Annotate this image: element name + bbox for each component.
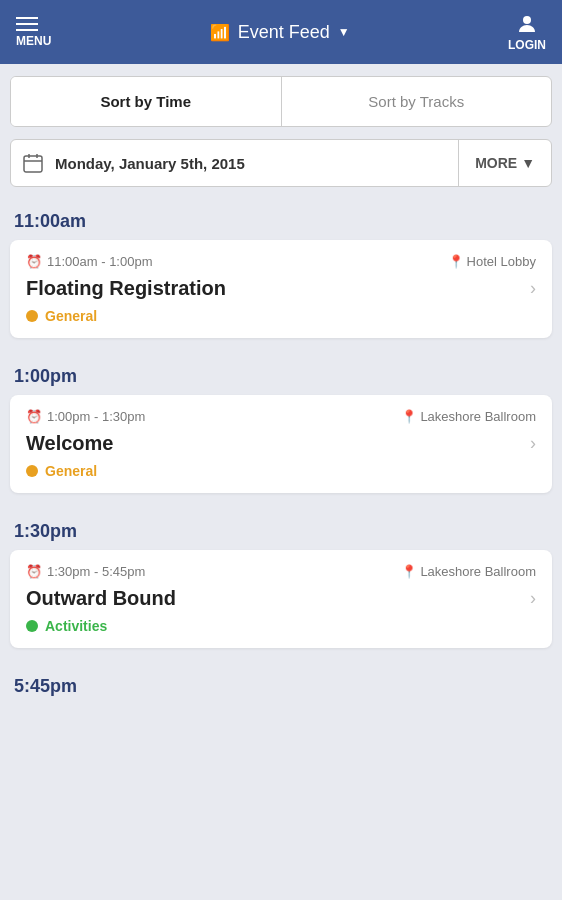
chevron-right-icon: › bbox=[530, 588, 536, 609]
header-title: Event Feed bbox=[238, 22, 330, 43]
event-track: Activities bbox=[26, 618, 536, 634]
clock-icon: ⏰ bbox=[26, 254, 42, 269]
login-label: LOGIN bbox=[508, 38, 546, 52]
user-icon bbox=[515, 12, 539, 36]
sort-by-time-button[interactable]: Sort by Time bbox=[11, 77, 281, 126]
event-location: 📍 Hotel Lobby bbox=[448, 254, 536, 269]
track-label: General bbox=[45, 463, 97, 479]
event-time-text: 11:00am - 1:00pm bbox=[47, 254, 153, 269]
event-track: General bbox=[26, 308, 536, 324]
event-location: 📍 Lakeshore Ballroom bbox=[401, 564, 536, 579]
event-time-text: 1:30pm - 5:45pm bbox=[47, 564, 145, 579]
track-dot bbox=[26, 310, 38, 322]
time-group-label: 11:00am bbox=[0, 199, 562, 240]
location-pin-icon: 📍 bbox=[448, 254, 464, 269]
event-location-text: Hotel Lobby bbox=[467, 254, 536, 269]
clock-icon: ⏰ bbox=[26, 564, 42, 579]
location-pin-icon: 📍 bbox=[401, 564, 417, 579]
event-title: Floating Registration bbox=[26, 277, 226, 300]
time-group-label: 1:30pm bbox=[0, 509, 562, 550]
more-button[interactable]: MORE ▼ bbox=[458, 140, 551, 186]
time-group: 5:45pm bbox=[0, 664, 562, 705]
location-pin-icon: 📍 bbox=[401, 409, 417, 424]
time-group: 11:00am ⏰ 11:00am - 1:00pm 📍 Hotel Lobby… bbox=[0, 199, 562, 338]
app-header: MENU 📶 Event Feed ▼ LOGIN bbox=[0, 0, 562, 64]
header-dropdown-arrow: ▼ bbox=[338, 25, 350, 39]
svg-point-0 bbox=[523, 16, 531, 24]
date-text: Monday, January 5th, 2015 bbox=[55, 155, 458, 172]
event-card[interactable]: ⏰ 11:00am - 1:00pm 📍 Hotel Lobby Floatin… bbox=[10, 240, 552, 338]
event-time-text: 1:00pm - 1:30pm bbox=[47, 409, 145, 424]
event-time: ⏰ 11:00am - 1:00pm bbox=[26, 254, 153, 269]
track-dot bbox=[26, 465, 38, 477]
event-track: General bbox=[26, 463, 536, 479]
event-location: 📍 Lakeshore Ballroom bbox=[401, 409, 536, 424]
event-location-text: Lakeshore Ballroom bbox=[420, 564, 536, 579]
event-location-text: Lakeshore Ballroom bbox=[420, 409, 536, 424]
time-group: 1:00pm ⏰ 1:00pm - 1:30pm 📍 Lakeshore Bal… bbox=[0, 354, 562, 493]
event-title: Welcome bbox=[26, 432, 113, 455]
menu-label: MENU bbox=[16, 34, 51, 48]
svg-rect-1 bbox=[24, 156, 42, 172]
events-container: 11:00am ⏰ 11:00am - 1:00pm 📍 Hotel Lobby… bbox=[0, 199, 562, 705]
event-meta: ⏰ 1:00pm - 1:30pm 📍 Lakeshore Ballroom bbox=[26, 409, 536, 424]
event-title: Outward Bound bbox=[26, 587, 176, 610]
date-bar: Monday, January 5th, 2015 MORE ▼ bbox=[10, 139, 552, 187]
event-time: ⏰ 1:30pm - 5:45pm bbox=[26, 564, 145, 579]
event-title-row: Outward Bound › bbox=[26, 587, 536, 610]
event-time: ⏰ 1:00pm - 1:30pm bbox=[26, 409, 145, 424]
event-card[interactable]: ⏰ 1:00pm - 1:30pm 📍 Lakeshore Ballroom W… bbox=[10, 395, 552, 493]
event-meta: ⏰ 11:00am - 1:00pm 📍 Hotel Lobby bbox=[26, 254, 536, 269]
chevron-right-icon: › bbox=[530, 433, 536, 454]
menu-button[interactable]: MENU bbox=[16, 17, 51, 48]
track-label: Activities bbox=[45, 618, 107, 634]
header-title-area[interactable]: 📶 Event Feed ▼ bbox=[210, 22, 350, 43]
more-chevron-icon: ▼ bbox=[521, 155, 535, 171]
login-button[interactable]: LOGIN bbox=[508, 12, 546, 52]
sort-toggle: Sort by Time Sort by Tracks bbox=[10, 76, 552, 127]
event-title-row: Welcome › bbox=[26, 432, 536, 455]
chevron-right-icon: › bbox=[530, 278, 536, 299]
track-dot bbox=[26, 620, 38, 632]
sort-by-tracks-button[interactable]: Sort by Tracks bbox=[282, 77, 552, 126]
time-group: 1:30pm ⏰ 1:30pm - 5:45pm 📍 Lakeshore Bal… bbox=[0, 509, 562, 648]
event-card[interactable]: ⏰ 1:30pm - 5:45pm 📍 Lakeshore Ballroom O… bbox=[10, 550, 552, 648]
clock-icon: ⏰ bbox=[26, 409, 42, 424]
calendar-icon-wrap bbox=[11, 153, 55, 173]
time-group-label: 5:45pm bbox=[0, 664, 562, 705]
track-label: General bbox=[45, 308, 97, 324]
event-feed-icon: 📶 bbox=[210, 23, 230, 42]
event-meta: ⏰ 1:30pm - 5:45pm 📍 Lakeshore Ballroom bbox=[26, 564, 536, 579]
calendar-icon bbox=[23, 153, 43, 173]
event-title-row: Floating Registration › bbox=[26, 277, 536, 300]
time-group-label: 1:00pm bbox=[0, 354, 562, 395]
